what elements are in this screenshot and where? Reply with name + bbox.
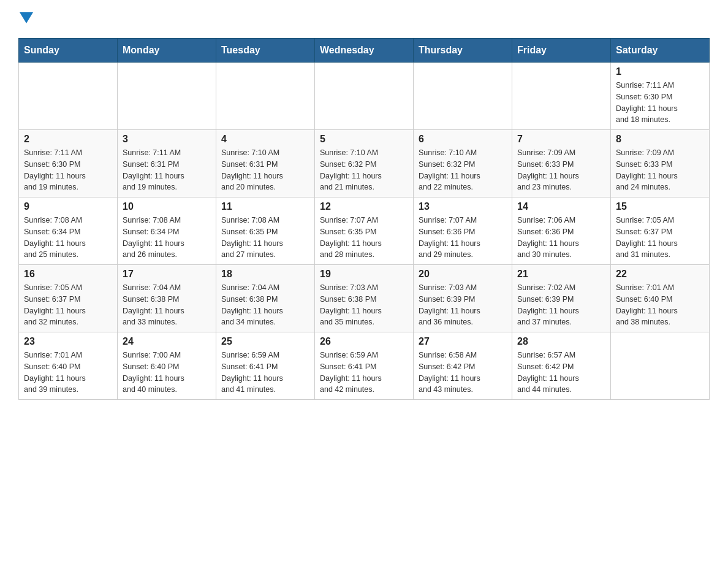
calendar-cell: 15Sunrise: 7:05 AMSunset: 6:37 PMDayligh…	[611, 197, 710, 265]
day-info: Sunrise: 7:10 AMSunset: 6:32 PMDaylight:…	[419, 147, 507, 193]
day-info: Sunrise: 7:04 AMSunset: 6:38 PMDaylight:…	[123, 282, 211, 328]
calendar-cell	[414, 63, 512, 130]
calendar-table: SundayMondayTuesdayWednesdayThursdayFrid…	[18, 38, 710, 400]
svg-marker-0	[20, 12, 33, 23]
day-number: 16	[24, 269, 112, 280]
calendar-cell: 7Sunrise: 7:09 AMSunset: 6:33 PMDaylight…	[512, 130, 611, 197]
day-number: 3	[123, 134, 211, 145]
week-row-1: 1Sunrise: 7:11 AMSunset: 6:30 PMDaylight…	[19, 63, 710, 130]
week-row-3: 9Sunrise: 7:08 AMSunset: 6:34 PMDaylight…	[19, 197, 710, 265]
calendar-cell	[19, 63, 118, 130]
day-number: 2	[24, 134, 112, 145]
day-number: 28	[517, 336, 605, 347]
col-header-thursday: Thursday	[414, 39, 512, 63]
calendar-cell: 22Sunrise: 7:01 AMSunset: 6:40 PMDayligh…	[611, 265, 710, 332]
day-number: 6	[419, 134, 507, 145]
calendar-cell: 18Sunrise: 7:04 AMSunset: 6:38 PMDayligh…	[216, 265, 315, 332]
day-number: 1	[616, 66, 704, 77]
calendar-cell: 5Sunrise: 7:10 AMSunset: 6:32 PMDaylight…	[315, 130, 414, 197]
calendar-cell: 20Sunrise: 7:03 AMSunset: 6:39 PMDayligh…	[414, 265, 512, 332]
day-number: 9	[24, 201, 112, 212]
day-number: 5	[320, 134, 408, 145]
day-info: Sunrise: 7:07 AMSunset: 6:36 PMDaylight:…	[419, 215, 507, 261]
col-header-saturday: Saturday	[611, 39, 710, 63]
day-info: Sunrise: 7:03 AMSunset: 6:39 PMDaylight:…	[419, 282, 507, 328]
day-info: Sunrise: 7:05 AMSunset: 6:37 PMDaylight:…	[616, 215, 704, 261]
col-header-wednesday: Wednesday	[315, 39, 414, 63]
day-number: 14	[517, 201, 605, 212]
logo-arrow-icon	[20, 12, 33, 23]
col-header-sunday: Sunday	[19, 39, 118, 63]
calendar-cell: 16Sunrise: 7:05 AMSunset: 6:37 PMDayligh…	[19, 265, 118, 332]
day-info: Sunrise: 7:08 AMSunset: 6:35 PMDaylight:…	[221, 215, 309, 261]
calendar-cell	[512, 63, 611, 130]
calendar-cell: 2Sunrise: 7:11 AMSunset: 6:30 PMDaylight…	[19, 130, 118, 197]
calendar-cell: 14Sunrise: 7:06 AMSunset: 6:36 PMDayligh…	[512, 197, 611, 265]
calendar-cell: 4Sunrise: 7:10 AMSunset: 6:31 PMDaylight…	[216, 130, 315, 197]
calendar-cell	[216, 63, 315, 130]
week-row-2: 2Sunrise: 7:11 AMSunset: 6:30 PMDaylight…	[19, 130, 710, 197]
day-number: 11	[221, 201, 309, 212]
col-header-tuesday: Tuesday	[216, 39, 315, 63]
calendar-cell: 12Sunrise: 7:07 AMSunset: 6:35 PMDayligh…	[315, 197, 414, 265]
calendar-cell: 26Sunrise: 6:59 AMSunset: 6:41 PMDayligh…	[315, 332, 414, 400]
calendar-cell: 23Sunrise: 7:01 AMSunset: 6:40 PMDayligh…	[19, 332, 118, 400]
day-info: Sunrise: 6:59 AMSunset: 6:41 PMDaylight:…	[221, 350, 309, 396]
day-info: Sunrise: 7:11 AMSunset: 6:31 PMDaylight:…	[123, 147, 211, 193]
day-number: 13	[419, 201, 507, 212]
day-info: Sunrise: 7:06 AMSunset: 6:36 PMDaylight:…	[517, 215, 605, 261]
calendar-cell: 27Sunrise: 6:58 AMSunset: 6:42 PMDayligh…	[414, 332, 512, 400]
calendar-cell: 9Sunrise: 7:08 AMSunset: 6:34 PMDaylight…	[19, 197, 118, 265]
day-info: Sunrise: 7:08 AMSunset: 6:34 PMDaylight:…	[24, 215, 112, 261]
day-info: Sunrise: 7:07 AMSunset: 6:35 PMDaylight:…	[320, 215, 408, 261]
day-number: 25	[221, 336, 309, 347]
calendar-cell	[315, 63, 414, 130]
calendar-cell: 6Sunrise: 7:10 AMSunset: 6:32 PMDaylight…	[414, 130, 512, 197]
calendar-cell: 24Sunrise: 7:00 AMSunset: 6:40 PMDayligh…	[118, 332, 216, 400]
calendar-header-row: SundayMondayTuesdayWednesdayThursdayFrid…	[19, 39, 710, 63]
calendar-cell: 1Sunrise: 7:11 AMSunset: 6:30 PMDaylight…	[611, 63, 710, 130]
calendar-cell: 11Sunrise: 7:08 AMSunset: 6:35 PMDayligh…	[216, 197, 315, 265]
calendar-cell: 8Sunrise: 7:09 AMSunset: 6:33 PMDaylight…	[611, 130, 710, 197]
calendar-cell: 13Sunrise: 7:07 AMSunset: 6:36 PMDayligh…	[414, 197, 512, 265]
day-number: 10	[123, 201, 211, 212]
calendar-cell: 3Sunrise: 7:11 AMSunset: 6:31 PMDaylight…	[118, 130, 216, 197]
day-info: Sunrise: 7:10 AMSunset: 6:32 PMDaylight:…	[320, 147, 408, 193]
day-info: Sunrise: 6:57 AMSunset: 6:42 PMDaylight:…	[517, 350, 605, 396]
day-info: Sunrise: 7:02 AMSunset: 6:39 PMDaylight:…	[517, 282, 605, 328]
day-number: 20	[419, 269, 507, 280]
day-number: 27	[419, 336, 507, 347]
day-number: 24	[123, 336, 211, 347]
day-number: 4	[221, 134, 309, 145]
week-row-5: 23Sunrise: 7:01 AMSunset: 6:40 PMDayligh…	[19, 332, 710, 400]
day-info: Sunrise: 7:03 AMSunset: 6:38 PMDaylight:…	[320, 282, 408, 328]
day-number: 23	[24, 336, 112, 347]
calendar-cell	[118, 63, 216, 130]
day-info: Sunrise: 7:04 AMSunset: 6:38 PMDaylight:…	[221, 282, 309, 328]
day-info: Sunrise: 7:11 AMSunset: 6:30 PMDaylight:…	[616, 80, 704, 126]
day-number: 8	[616, 134, 704, 145]
day-number: 21	[517, 269, 605, 280]
page-header	[18, 12, 710, 26]
day-info: Sunrise: 7:08 AMSunset: 6:34 PMDaylight:…	[123, 215, 211, 261]
day-number: 18	[221, 269, 309, 280]
calendar-cell: 17Sunrise: 7:04 AMSunset: 6:38 PMDayligh…	[118, 265, 216, 332]
day-info: Sunrise: 6:58 AMSunset: 6:42 PMDaylight:…	[419, 350, 507, 396]
day-info: Sunrise: 7:01 AMSunset: 6:40 PMDaylight:…	[616, 282, 704, 328]
day-info: Sunrise: 7:05 AMSunset: 6:37 PMDaylight:…	[24, 282, 112, 328]
day-number: 12	[320, 201, 408, 212]
calendar-cell	[611, 332, 710, 400]
day-info: Sunrise: 6:59 AMSunset: 6:41 PMDaylight:…	[320, 350, 408, 396]
calendar-cell: 28Sunrise: 6:57 AMSunset: 6:42 PMDayligh…	[512, 332, 611, 400]
day-info: Sunrise: 7:00 AMSunset: 6:40 PMDaylight:…	[123, 350, 211, 396]
calendar-cell: 10Sunrise: 7:08 AMSunset: 6:34 PMDayligh…	[118, 197, 216, 265]
col-header-friday: Friday	[512, 39, 611, 63]
day-info: Sunrise: 7:01 AMSunset: 6:40 PMDaylight:…	[24, 350, 112, 396]
day-info: Sunrise: 7:11 AMSunset: 6:30 PMDaylight:…	[24, 147, 112, 193]
calendar-cell: 21Sunrise: 7:02 AMSunset: 6:39 PMDayligh…	[512, 265, 611, 332]
day-info: Sunrise: 7:09 AMSunset: 6:33 PMDaylight:…	[616, 147, 704, 193]
day-number: 19	[320, 269, 408, 280]
day-info: Sunrise: 7:09 AMSunset: 6:33 PMDaylight:…	[517, 147, 605, 193]
calendar-cell: 19Sunrise: 7:03 AMSunset: 6:38 PMDayligh…	[315, 265, 414, 332]
week-row-4: 16Sunrise: 7:05 AMSunset: 6:37 PMDayligh…	[19, 265, 710, 332]
